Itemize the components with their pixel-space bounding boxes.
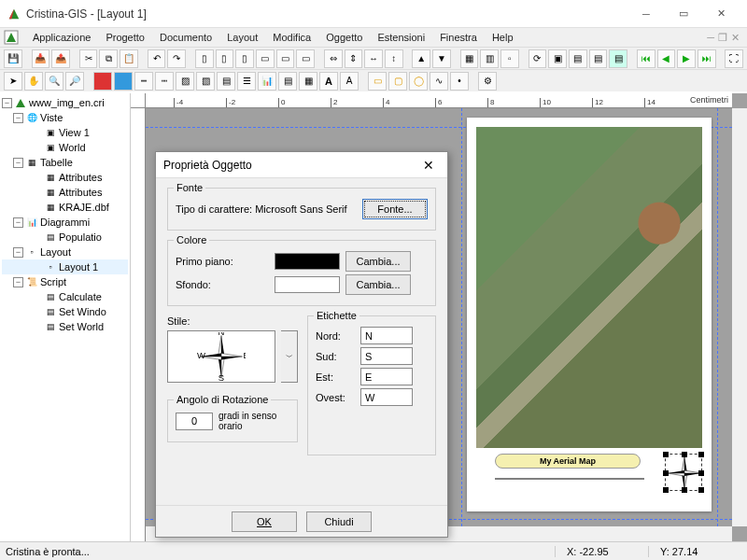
rotation-input[interactable] xyxy=(176,413,213,430)
ellipse-icon[interactable]: ◯ xyxy=(409,72,428,91)
menu-finestra[interactable]: Finestra xyxy=(433,30,484,45)
font-button[interactable]: Fonte... xyxy=(362,199,428,219)
arrow-next-icon[interactable]: ▶ xyxy=(677,49,696,68)
dist-v-icon[interactable]: ⇕ xyxy=(345,49,363,68)
label-icon[interactable]: A xyxy=(340,72,359,91)
legend-icon[interactable]: ▤ xyxy=(278,72,297,91)
hatch2-icon[interactable]: ▧ xyxy=(196,72,215,91)
align-left-icon[interactable]: ▯ xyxy=(195,49,214,68)
arrow-last-icon[interactable]: ⏭ xyxy=(698,49,716,68)
tree-diagrams[interactable]: Diagrammi xyxy=(40,217,90,228)
tree-item-selected[interactable]: Layout 1 xyxy=(59,261,98,273)
redo-icon[interactable]: ↷ xyxy=(167,49,186,68)
ruler-icon[interactable]: ▥ xyxy=(480,49,499,68)
page-icon[interactable]: ▫ xyxy=(500,49,519,68)
arrow-first-icon[interactable]: ⏮ xyxy=(637,49,655,68)
tree-item[interactable]: KRAJE.dbf xyxy=(59,202,109,213)
layers-icon[interactable]: ☰ xyxy=(237,72,256,91)
undo-icon[interactable]: ↶ xyxy=(148,49,166,68)
dialog-close-icon[interactable]: ✕ xyxy=(417,158,440,173)
est-input[interactable] xyxy=(360,368,413,385)
doc-icon[interactable]: ▤ xyxy=(569,49,587,68)
settings-icon[interactable]: ⚙ xyxy=(478,72,497,91)
refresh-icon[interactable]: ⟳ xyxy=(529,49,547,68)
tree-tables[interactable]: Tabelle xyxy=(40,157,73,168)
mdi-close-icon[interactable]: ✕ xyxy=(731,32,740,44)
prop-icon[interactable]: ▤ xyxy=(217,72,235,91)
pan-icon[interactable]: ✋ xyxy=(24,72,43,91)
zoom-icon[interactable]: 🔍 xyxy=(45,72,63,91)
fit-icon[interactable]: ⛶ xyxy=(725,49,743,68)
color1-icon[interactable] xyxy=(93,72,112,91)
foreground-change-button[interactable]: Cambia... xyxy=(345,251,411,272)
mdi-minimize-icon[interactable]: ─ xyxy=(707,32,714,44)
zoomout-icon[interactable]: 🔎 xyxy=(65,72,84,91)
export2-icon[interactable]: ▤ xyxy=(609,49,627,68)
ovest-input[interactable] xyxy=(360,388,413,406)
page-sheet[interactable]: My Aerial Map xyxy=(467,118,712,511)
tree-item[interactable]: World xyxy=(59,142,86,153)
window-icon[interactable]: ▣ xyxy=(548,49,567,68)
tree-views[interactable]: Viste xyxy=(40,112,63,123)
save-icon[interactable]: 💾 xyxy=(4,49,22,68)
dash2-icon[interactable]: ┉ xyxy=(155,72,174,91)
tree-scripts[interactable]: Script xyxy=(40,276,66,287)
background-change-button[interactable]: Cambia... xyxy=(345,274,411,295)
align-right-icon[interactable]: ▯ xyxy=(235,49,254,68)
menu-help[interactable]: Help xyxy=(486,30,520,45)
sud-input[interactable] xyxy=(360,347,413,365)
scrollbar-vertical[interactable] xyxy=(732,108,747,526)
menu-modifica[interactable]: Modifica xyxy=(266,30,317,45)
grid-icon[interactable]: ▦ xyxy=(460,49,479,68)
polyline-icon[interactable]: ∿ xyxy=(430,72,448,91)
tree-item[interactable]: Populatio xyxy=(59,231,102,243)
paste-icon[interactable]: 📋 xyxy=(120,49,138,68)
ok-button[interactable]: OK xyxy=(232,511,297,532)
pointer-icon[interactable]: ➤ xyxy=(4,72,22,91)
dash1-icon[interactable]: ┅ xyxy=(134,72,153,91)
maximize-button[interactable]: ▭ xyxy=(665,1,702,27)
map-title[interactable]: My Aerial Map xyxy=(495,454,641,469)
tree-item[interactable]: Set Windo xyxy=(59,306,106,317)
rect-icon[interactable]: ▭ xyxy=(368,72,387,91)
import-icon[interactable]: 📥 xyxy=(32,49,50,68)
tree-layouts[interactable]: Layout xyxy=(40,246,71,258)
menu-oggetto[interactable]: Oggetto xyxy=(319,30,369,45)
arrow-prev-icon[interactable]: ◀ xyxy=(657,49,676,68)
align-bot-icon[interactable]: ▭ xyxy=(296,49,315,68)
mdi-restore-icon[interactable]: ❐ xyxy=(718,32,727,44)
close-dialog-button[interactable]: Chiudi xyxy=(306,511,372,532)
menu-progetto[interactable]: Progetto xyxy=(99,30,151,45)
tree-item[interactable]: Calculate xyxy=(59,291,102,302)
chart-icon[interactable]: 📊 xyxy=(258,72,276,91)
project-icon[interactable]: ▤ xyxy=(589,49,608,68)
cut-icon[interactable]: ✂ xyxy=(79,49,98,68)
tree-item[interactable]: View 1 xyxy=(59,127,90,138)
align-top-icon[interactable]: ▭ xyxy=(256,49,275,68)
scale-bar[interactable] xyxy=(495,474,654,483)
roundrect-icon[interactable]: ▢ xyxy=(388,72,407,91)
align-center-icon[interactable]: ▯ xyxy=(216,49,234,68)
minimize-button[interactable]: ─ xyxy=(627,1,665,27)
close-button[interactable]: ✕ xyxy=(702,1,740,27)
copy-icon[interactable]: ⧉ xyxy=(99,49,118,68)
back-icon[interactable]: ▼ xyxy=(432,49,451,68)
map-frame[interactable] xyxy=(476,127,702,448)
export-icon[interactable]: 📤 xyxy=(51,49,70,68)
menu-estensioni[interactable]: Estensioni xyxy=(371,30,431,45)
grid2-icon[interactable]: ▦ xyxy=(299,72,317,91)
align-mid-icon[interactable]: ▭ xyxy=(276,49,295,68)
text-icon[interactable]: A xyxy=(319,72,338,91)
tree-item[interactable]: Set World xyxy=(59,321,104,332)
point-icon[interactable]: • xyxy=(450,72,469,91)
front-icon[interactable]: ▲ xyxy=(412,49,430,68)
project-tree[interactable]: −www_img_en.cri −🌐Viste ▣View 1 ▣World −… xyxy=(0,93,131,541)
tree-root[interactable]: www_img_en.cri xyxy=(29,97,105,108)
compass-north-arrow[interactable] xyxy=(665,454,702,491)
menu-layout[interactable]: Layout xyxy=(220,30,264,45)
tree-item[interactable]: Attributes xyxy=(59,187,102,198)
menu-applicazione[interactable]: Applicazione xyxy=(26,30,97,45)
color2-icon[interactable] xyxy=(114,72,133,91)
nord-input[interactable] xyxy=(360,327,413,344)
style-dropdown-button[interactable]: ﹀ xyxy=(281,330,298,383)
